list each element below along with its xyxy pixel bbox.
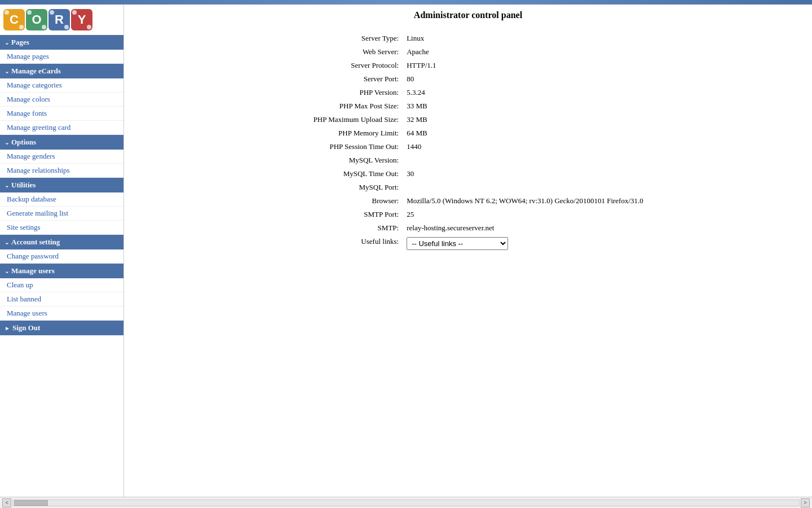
row-value: 80 [402,72,647,86]
table-row: MySQL Port: [289,181,647,194]
sidebar: C O R Y ⌄ Pages Manage pages ⌄ Manage eC… [0,5,124,497]
sidebar-item-manage-relationships[interactable]: Manage relationships [0,164,123,178]
row-label: SMTP Port: [289,208,402,221]
section-pages[interactable]: ⌄ Pages [0,35,123,50]
row-value: Apache [402,45,647,59]
table-row: Useful links:-- Useful links -- [289,235,647,252]
section-sign-out[interactable]: ► Sign Out [0,321,123,335]
table-row: MySQL Time Out:30 [289,167,647,181]
sidebar-item-generate-mailing-list[interactable]: Generate mailing list [0,207,123,221]
row-label: SMTP: [289,221,402,235]
main-content: Administrator control panel Server Type:… [124,5,812,497]
scroll-track[interactable] [12,500,800,506]
row-label: MySQL Port: [289,181,402,194]
chevron-pages: ⌄ [5,40,9,46]
chevron-manage-users: ⌄ [5,268,9,274]
table-row: PHP Session Time Out:1440 [289,140,647,154]
useful-links-select[interactable]: -- Useful links -- [407,237,508,250]
row-value [402,154,647,167]
row-label: PHP Max Post Size: [289,99,402,113]
table-row: PHP Max Post Size:33 MB [289,99,647,113]
logo-letter-y: Y [71,9,92,30]
logo-letter-r: R [48,9,70,30]
table-row: MySQL Version: [289,154,647,167]
row-value: 1440 [402,140,647,154]
sidebar-item-manage-users-item[interactable]: Manage users [0,306,123,321]
row-label: Useful links: [289,235,402,252]
sidebar-item-manage-pages[interactable]: Manage pages [0,50,123,64]
chevron-utilities: ⌄ [5,182,9,189]
row-label: MySQL Version: [289,154,402,167]
sidebar-item-site-settings[interactable]: Site setings [0,221,123,235]
section-utilities-label: Utilities [11,181,36,190]
chevron-sign-out: ► [5,325,10,331]
top-bar [0,0,812,5]
sidebar-item-clean-up[interactable]: Clean up [0,278,123,292]
section-options-label: Options [11,138,36,147]
scroll-left-arrow[interactable]: < [2,498,11,507]
section-ecards-label: Manage eCards [11,67,61,76]
sidebar-item-manage-colors[interactable]: Manage colors [0,93,123,107]
table-row: Server Port:80 [289,72,647,86]
row-value: HTTP/1.1 [402,59,647,72]
logo-letter-c: C [3,9,25,30]
section-pages-label: Pages [11,38,29,47]
row-value [402,181,647,194]
row-label: PHP Memory Limit: [289,126,402,140]
sidebar-item-backup-database[interactable]: Backup database [0,192,123,207]
row-value[interactable]: -- Useful links -- [402,235,647,252]
row-label: PHP Version: [289,86,402,99]
table-row: Server Protocol:HTTP/1.1 [289,59,647,72]
row-label: Server Protocol: [289,59,402,72]
section-manage-users[interactable]: ⌄ Manage users [0,264,123,278]
section-sign-out-label: Sign Out [12,323,41,332]
sidebar-item-list-banned[interactable]: List banned [0,292,123,306]
page-title: Administrator control panel [135,10,801,20]
table-row: SMTP:relay-hosting.secureserver.net [289,221,647,235]
table-row: Server Type:Linux [289,32,647,45]
section-manage-users-label: Manage users [11,266,55,275]
row-label: Web Server: [289,45,402,59]
table-row: PHP Memory Limit:64 MB [289,126,647,140]
row-value: 30 [402,167,647,181]
sidebar-item-change-password[interactable]: Change password [0,249,123,264]
row-value: relay-hosting.secureserver.net [402,221,647,235]
section-ecards[interactable]: ⌄ Manage eCards [0,64,123,78]
row-value: 64 MB [402,126,647,140]
table-row: PHP Maximum Upload Size:32 MB [289,113,647,126]
row-value: Mozilla/5.0 (Windows NT 6.2; WOW64; rv:3… [402,194,647,208]
table-row: PHP Version:5.3.24 [289,86,647,99]
row-value: 32 MB [402,113,647,126]
row-label: MySQL Time Out: [289,167,402,181]
row-label: Server Port: [289,72,402,86]
row-label: Browser: [289,194,402,208]
logo: C O R Y [0,5,123,35]
sidebar-item-manage-fonts[interactable]: Manage fonts [0,107,123,121]
row-label: Server Type: [289,32,402,45]
row-label: PHP Maximum Upload Size: [289,113,402,126]
chevron-ecards: ⌄ [5,68,9,75]
sidebar-item-manage-categories[interactable]: Manage categories [0,78,123,93]
sidebar-item-manage-genders[interactable]: Manage genders [0,150,123,164]
table-row: SMTP Port:25 [289,208,647,221]
table-row: Browser:Mozilla/5.0 (Windows NT 6.2; WOW… [289,194,647,208]
section-utilities[interactable]: ⌄ Utilities [0,178,123,192]
section-options[interactable]: ⌄ Options [0,135,123,150]
row-value: 25 [402,208,647,221]
sidebar-item-manage-greeting-card[interactable]: Manage greeting card [0,121,123,135]
row-label: PHP Session Time Out: [289,140,402,154]
scroll-thumb [14,500,48,506]
table-row: Web Server:Apache [289,45,647,59]
row-value: Linux [402,32,647,45]
chevron-options: ⌄ [5,139,9,146]
section-account-label: Account setting [11,238,60,247]
scroll-right-arrow[interactable]: > [801,498,810,507]
section-account-setting[interactable]: ⌄ Account setting [0,235,123,249]
row-value: 5.3.24 [402,86,647,99]
row-value: 33 MB [402,99,647,113]
chevron-account: ⌄ [5,239,9,246]
logo-letter-o: O [26,9,47,30]
bottom-scrollbar: < > [0,497,812,508]
server-info-table: Server Type:LinuxWeb Server:ApacheServer… [289,32,647,252]
